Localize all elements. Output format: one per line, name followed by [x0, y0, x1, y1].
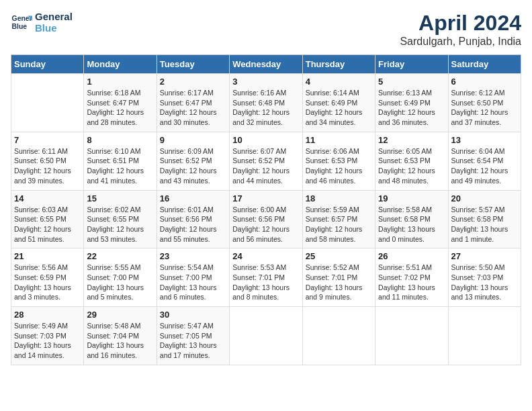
calendar-cell: 30Sunrise: 5:47 AM Sunset: 7:05 PM Dayli…: [157, 307, 229, 365]
calendar-table: SundayMondayTuesdayWednesdayThursdayFrid…: [11, 54, 521, 365]
calendar-cell: [302, 307, 375, 365]
calendar-cell: 4Sunrise: 6:14 AM Sunset: 6:49 PM Daylig…: [302, 74, 375, 132]
day-info: Sunrise: 5:48 AM Sunset: 7:04 PM Dayligh…: [87, 321, 153, 361]
day-info: Sunrise: 6:01 AM Sunset: 6:56 PM Dayligh…: [160, 205, 226, 244]
day-info: Sunrise: 6:05 AM Sunset: 6:53 PM Dayligh…: [378, 146, 445, 186]
day-header-sunday: Sunday: [11, 55, 84, 74]
calendar-cell: [448, 307, 521, 365]
day-info: Sunrise: 6:11 AM Sunset: 6:50 PM Dayligh…: [14, 146, 81, 186]
calendar-cell: 2Sunrise: 6:17 AM Sunset: 6:47 PM Daylig…: [157, 74, 229, 132]
calendar-cell: 27Sunrise: 5:50 AM Sunset: 7:03 PM Dayli…: [448, 248, 521, 307]
day-info: Sunrise: 5:51 AM Sunset: 7:02 PM Dayligh…: [378, 263, 445, 302]
day-number: 27: [451, 251, 518, 261]
day-info: Sunrise: 5:52 AM Sunset: 7:01 PM Dayligh…: [306, 263, 372, 302]
day-info: Sunrise: 5:47 AM Sunset: 7:05 PM Dayligh…: [160, 321, 226, 361]
day-info: Sunrise: 5:49 AM Sunset: 7:03 PM Dayligh…: [14, 321, 81, 361]
header: General Blue General Blue April 2024 Sar…: [11, 11, 521, 48]
day-info: Sunrise: 6:04 AM Sunset: 6:54 PM Dayligh…: [451, 146, 518, 186]
subtitle: Sardulgarh, Punjab, India: [400, 36, 521, 48]
calendar-cell: 5Sunrise: 6:13 AM Sunset: 6:49 PM Daylig…: [375, 74, 448, 132]
day-header-friday: Friday: [375, 55, 448, 74]
logo-text-general: General: [35, 11, 73, 22]
day-header-wednesday: Wednesday: [230, 55, 302, 74]
day-number: 2: [160, 77, 226, 87]
calendar-cell: 11Sunrise: 6:06 AM Sunset: 6:53 PM Dayli…: [302, 132, 375, 190]
day-number: 13: [451, 135, 518, 145]
day-info: Sunrise: 5:59 AM Sunset: 6:57 PM Dayligh…: [306, 205, 372, 244]
day-info: Sunrise: 6:07 AM Sunset: 6:52 PM Dayligh…: [232, 146, 299, 186]
calendar-cell: 6Sunrise: 6:12 AM Sunset: 6:50 PM Daylig…: [448, 74, 521, 132]
calendar-cell: 21Sunrise: 5:56 AM Sunset: 6:59 PM Dayli…: [11, 248, 84, 307]
calendar-cell: 16Sunrise: 6:01 AM Sunset: 6:56 PM Dayli…: [157, 190, 229, 248]
day-number: 23: [160, 251, 226, 261]
day-info: Sunrise: 6:00 AM Sunset: 6:56 PM Dayligh…: [232, 205, 299, 244]
logo-icon: General Blue: [11, 11, 32, 33]
calendar-cell: 13Sunrise: 6:04 AM Sunset: 6:54 PM Dayli…: [448, 132, 521, 190]
calendar-cell: 10Sunrise: 6:07 AM Sunset: 6:52 PM Dayli…: [230, 132, 302, 190]
day-number: 15: [87, 193, 153, 203]
calendar-cell: 22Sunrise: 5:55 AM Sunset: 7:00 PM Dayli…: [84, 248, 157, 307]
day-info: Sunrise: 6:12 AM Sunset: 6:50 PM Dayligh…: [451, 88, 518, 128]
day-info: Sunrise: 6:18 AM Sunset: 6:47 PM Dayligh…: [87, 88, 153, 128]
day-info: Sunrise: 6:02 AM Sunset: 6:55 PM Dayligh…: [87, 205, 153, 244]
day-number: 19: [378, 193, 445, 203]
day-number: 26: [378, 251, 445, 261]
day-number: 24: [232, 251, 299, 261]
week-row-5: 28Sunrise: 5:49 AM Sunset: 7:03 PM Dayli…: [11, 307, 521, 365]
calendar-cell: 9Sunrise: 6:09 AM Sunset: 6:52 PM Daylig…: [157, 132, 229, 190]
calendar-cell: 3Sunrise: 6:16 AM Sunset: 6:48 PM Daylig…: [230, 74, 302, 132]
day-number: 1: [87, 77, 153, 87]
day-number: 28: [14, 310, 81, 320]
day-number: 9: [160, 135, 226, 145]
day-info: Sunrise: 6:17 AM Sunset: 6:47 PM Dayligh…: [160, 88, 226, 128]
day-number: 30: [160, 310, 226, 320]
calendar-cell: 7Sunrise: 6:11 AM Sunset: 6:50 PM Daylig…: [11, 132, 84, 190]
calendar-cell: 20Sunrise: 5:57 AM Sunset: 6:58 PM Dayli…: [448, 190, 521, 248]
day-info: Sunrise: 5:54 AM Sunset: 7:00 PM Dayligh…: [160, 263, 226, 302]
day-info: Sunrise: 6:14 AM Sunset: 6:49 PM Dayligh…: [306, 88, 372, 128]
title-area: April 2024 Sardulgarh, Punjab, India: [400, 11, 521, 48]
day-number: 8: [87, 135, 153, 145]
calendar-cell: 23Sunrise: 5:54 AM Sunset: 7:00 PM Dayli…: [157, 248, 229, 307]
day-info: Sunrise: 6:13 AM Sunset: 6:49 PM Dayligh…: [378, 88, 445, 128]
day-number: 21: [14, 251, 81, 261]
calendar-cell: 1Sunrise: 6:18 AM Sunset: 6:47 PM Daylig…: [84, 74, 157, 132]
day-header-saturday: Saturday: [448, 55, 521, 74]
calendar-cell: 25Sunrise: 5:52 AM Sunset: 7:01 PM Dayli…: [302, 248, 375, 307]
day-number: 25: [306, 251, 372, 261]
calendar-cell: [375, 307, 448, 365]
calendar-cell: 8Sunrise: 6:10 AM Sunset: 6:51 PM Daylig…: [84, 132, 157, 190]
day-number: 20: [451, 193, 518, 203]
calendar-cell: 14Sunrise: 6:03 AM Sunset: 6:55 PM Dayli…: [11, 190, 84, 248]
day-number: 22: [87, 251, 153, 261]
day-number: 3: [232, 77, 299, 87]
day-info: Sunrise: 5:55 AM Sunset: 7:00 PM Dayligh…: [87, 263, 153, 302]
day-info: Sunrise: 6:10 AM Sunset: 6:51 PM Dayligh…: [87, 146, 153, 186]
day-number: 14: [14, 193, 81, 203]
day-number: 6: [451, 77, 518, 87]
day-info: Sunrise: 5:58 AM Sunset: 6:58 PM Dayligh…: [378, 205, 445, 244]
day-info: Sunrise: 5:57 AM Sunset: 6:58 PM Dayligh…: [451, 205, 518, 244]
calendar-cell: 12Sunrise: 6:05 AM Sunset: 6:53 PM Dayli…: [375, 132, 448, 190]
calendar-cell: [230, 307, 302, 365]
calendar-cell: 18Sunrise: 5:59 AM Sunset: 6:57 PM Dayli…: [302, 190, 375, 248]
calendar-cell: 28Sunrise: 5:49 AM Sunset: 7:03 PM Dayli…: [11, 307, 84, 365]
day-header-monday: Monday: [84, 55, 157, 74]
day-header-tuesday: Tuesday: [157, 55, 229, 74]
calendar-cell: 26Sunrise: 5:51 AM Sunset: 7:02 PM Dayli…: [375, 248, 448, 307]
calendar-cell: 29Sunrise: 5:48 AM Sunset: 7:04 PM Dayli…: [84, 307, 157, 365]
week-row-2: 7Sunrise: 6:11 AM Sunset: 6:50 PM Daylig…: [11, 132, 521, 190]
day-number: 7: [14, 135, 81, 145]
day-number: 29: [87, 310, 153, 320]
calendar-cell: 19Sunrise: 5:58 AM Sunset: 6:58 PM Dayli…: [375, 190, 448, 248]
day-info: Sunrise: 5:53 AM Sunset: 7:01 PM Dayligh…: [232, 263, 299, 302]
day-number: 12: [378, 135, 445, 145]
day-number: 18: [306, 193, 372, 203]
header-row: SundayMondayTuesdayWednesdayThursdayFrid…: [11, 55, 521, 74]
week-row-4: 21Sunrise: 5:56 AM Sunset: 6:59 PM Dayli…: [11, 248, 521, 307]
calendar-cell: 17Sunrise: 6:00 AM Sunset: 6:56 PM Dayli…: [230, 190, 302, 248]
logo-text-blue: Blue: [35, 22, 73, 34]
day-number: 11: [306, 135, 372, 145]
day-info: Sunrise: 5:50 AM Sunset: 7:03 PM Dayligh…: [451, 263, 518, 302]
day-info: Sunrise: 6:03 AM Sunset: 6:55 PM Dayligh…: [14, 205, 81, 244]
